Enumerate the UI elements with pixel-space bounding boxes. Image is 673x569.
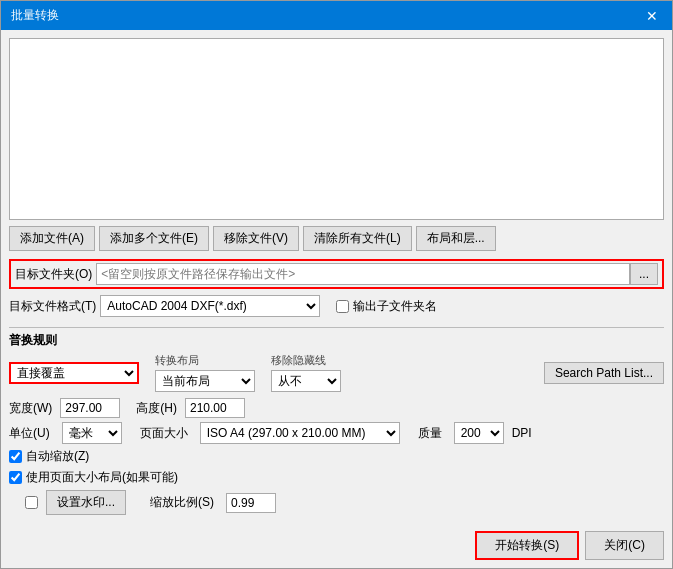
add-files-button[interactable]: 添加多个文件(E): [99, 226, 209, 251]
scale-input[interactable]: [226, 493, 276, 513]
dpi-label: DPI: [512, 426, 532, 440]
auto-shrink-check[interactable]: 自动缩放(Z): [9, 448, 89, 465]
height-label: 高度(H): [136, 400, 177, 417]
output-subfolder-checkbox[interactable]: [336, 300, 349, 313]
use-page-size-row: 使用页面大小布局(如果可能): [9, 469, 664, 486]
close-button[interactable]: 关闭(C): [585, 531, 664, 560]
watermark-checkbox[interactable]: [25, 496, 38, 509]
target-folder-row: 目标文件夹(O) ...: [9, 259, 664, 289]
width-label: 宽度(W): [9, 400, 52, 417]
cover-select[interactable]: 直接覆盖 询问 跳过: [9, 362, 139, 384]
use-page-size-label: 使用页面大小布局(如果可能): [26, 469, 178, 486]
add-file-button[interactable]: 添加文件(A): [9, 226, 95, 251]
batch-convert-dialog: 批量转换 ✕ 添加文件(A) 添加多个文件(E) 移除文件(V) 清除所有文件(…: [0, 0, 673, 569]
layout-select[interactable]: 当前布局 所有布局: [155, 370, 255, 392]
use-page-size-check[interactable]: 使用页面大小布局(如果可能): [9, 469, 178, 486]
target-format-select[interactable]: AutoCAD 2004 DXF(*.dxf) AutoCAD 2007 DXF…: [100, 295, 320, 317]
target-format-label: 目标文件格式(T): [9, 298, 96, 315]
auto-shrink-label: 自动缩放(Z): [26, 448, 89, 465]
target-format-row: 目标文件格式(T) AutoCAD 2004 DXF(*.dxf) AutoCA…: [9, 295, 664, 317]
height-field: 高度(H): [136, 398, 245, 418]
width-input[interactable]: [60, 398, 120, 418]
title-bar: 批量转换 ✕: [1, 1, 672, 30]
unit-select[interactable]: 毫米 英寸: [62, 422, 122, 444]
layout-label: 转换布局: [155, 353, 255, 368]
scale-label: 缩放比例(S): [150, 494, 214, 511]
layout-layers-button[interactable]: 布局和层...: [416, 226, 496, 251]
target-folder-label: 目标文件夹(O): [15, 266, 92, 283]
bottom-row: 开始转换(S) 关闭(C): [9, 527, 664, 560]
dialog-content: 添加文件(A) 添加多个文件(E) 移除文件(V) 清除所有文件(L) 布局和层…: [1, 30, 672, 568]
file-list-area: [9, 38, 664, 220]
remove-file-button[interactable]: 移除文件(V): [213, 226, 299, 251]
search-path-button[interactable]: Search Path List...: [544, 362, 664, 384]
dialog-title: 批量转换: [11, 7, 59, 24]
width-field: 宽度(W): [9, 398, 120, 418]
output-subfolder-check[interactable]: 输出子文件夹名: [336, 298, 437, 315]
hide-line-group: 移除隐藏线 从不 总是: [271, 353, 341, 392]
layout-group: 转换布局 当前布局 所有布局: [155, 353, 255, 392]
height-input[interactable]: [185, 398, 245, 418]
page-size-select[interactable]: ISO A4 (297.00 x 210.00 MM): [200, 422, 400, 444]
replace-rules-section: 普换规则 直接覆盖 询问 跳过 转换布局 当前布局 所有布局: [9, 332, 664, 398]
rules-row: 直接覆盖 询问 跳过 转换布局 当前布局 所有布局 移除隐藏线: [9, 353, 664, 392]
unit-label: 单位(U): [9, 425, 50, 442]
quality-select[interactable]: 200 72 100 150 300: [454, 422, 504, 444]
unit-row: 单位(U) 毫米 英寸 页面大小 ISO A4 (297.00 x 210.00…: [9, 422, 664, 444]
cover-group: 直接覆盖 询问 跳过: [9, 362, 139, 384]
auto-shrink-row: 自动缩放(Z): [9, 448, 664, 465]
hide-line-select[interactable]: 从不 总是: [271, 370, 341, 392]
watermark-check[interactable]: [25, 496, 38, 509]
watermark-scale-row: 设置水印... 缩放比例(S): [9, 490, 664, 515]
dimensions-row: 宽度(W) 高度(H): [9, 398, 664, 418]
separator-1: [9, 327, 664, 328]
auto-shrink-checkbox[interactable]: [9, 450, 22, 463]
page-size-label: 页面大小: [140, 425, 188, 442]
browse-button[interactable]: ...: [630, 263, 658, 285]
clear-files-button[interactable]: 清除所有文件(L): [303, 226, 412, 251]
hide-line-label: 移除隐藏线: [271, 353, 341, 368]
use-page-size-checkbox[interactable]: [9, 471, 22, 484]
quality-label: 质量: [418, 425, 442, 442]
close-icon[interactable]: ✕: [642, 9, 662, 23]
search-path-group: Search Path List...: [544, 362, 664, 384]
watermark-button[interactable]: 设置水印...: [46, 490, 126, 515]
toolbar-row: 添加文件(A) 添加多个文件(E) 移除文件(V) 清除所有文件(L) 布局和层…: [9, 226, 664, 251]
output-subfolder-label: 输出子文件夹名: [353, 298, 437, 315]
target-folder-input[interactable]: [96, 263, 630, 285]
start-convert-button[interactable]: 开始转换(S): [475, 531, 579, 560]
replace-rules-title: 普换规则: [9, 332, 664, 349]
